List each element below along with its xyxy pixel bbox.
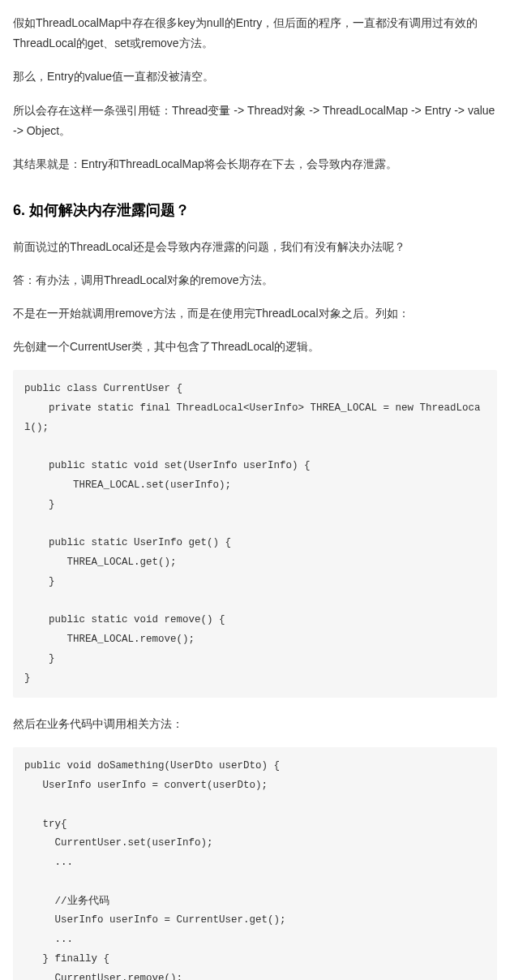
paragraph: 先创建一个CurrentUser类，其中包含了ThreadLocal的逻辑。: [13, 337, 497, 357]
paragraph: 答：有办法，调用ThreadLocal对象的remove方法。: [13, 270, 497, 290]
paragraph: 然后在业务代码中调用相关方法：: [13, 714, 497, 734]
code-block: public void doSamething(UserDto userDto)…: [13, 747, 497, 980]
section-heading: 6. 如何解决内存泄露问题？: [13, 197, 497, 223]
code-block: public class CurrentUser { private stati…: [13, 370, 497, 698]
paragraph: 那么，Entry的value值一直都没被清空。: [13, 67, 497, 87]
paragraph: 所以会存在这样一条强引用链：Thread变量 -> Thread对象 -> Th…: [13, 101, 497, 141]
paragraph: 假如ThreadLocalMap中存在很多key为null的Entry，但后面的…: [13, 13, 497, 54]
paragraph: 不是在一开始就调用remove方法，而是在使用完ThreadLocal对象之后。…: [13, 303, 497, 324]
paragraph: 其结果就是：Entry和ThreadLocalMap将会长期存在下去，会导致内存…: [13, 154, 497, 174]
paragraph: 前面说过的ThreadLocal还是会导致内存泄露的问题，我们有没有解决办法呢？: [13, 237, 497, 257]
